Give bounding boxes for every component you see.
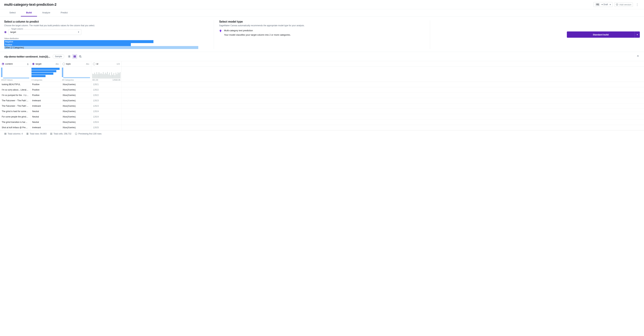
- cell-id: 12922: [91, 92, 122, 98]
- version-selector[interactable]: V1 Draft ▼: [594, 2, 613, 7]
- more-menu-button[interactable]: ⋮: [634, 2, 640, 6]
- cell-content: The grind transition is hard for s…: [0, 120, 30, 125]
- cell-content: The grind is hard for some folks …: [0, 109, 30, 114]
- standard-build-button[interactable]: Standard build ▼: [567, 32, 640, 38]
- cell-target: Neutral: [30, 109, 61, 114]
- cell-target: Irrelevant: [30, 103, 61, 108]
- column-header-content[interactable]: content A: [0, 61, 30, 66]
- text-type-icon: A: [27, 63, 28, 65]
- cell-target: Neutral: [30, 120, 61, 125]
- list-view-icon[interactable]: [67, 54, 72, 59]
- svg-rect-12: [75, 56, 76, 58]
- svg-rect-7: [69, 56, 70, 57]
- svg-rect-19: [26, 133, 28, 134]
- table-row[interactable]: I'm so pumped for the . I Literall…Posit…: [0, 92, 644, 98]
- grid-icon: [50, 132, 52, 135]
- cell-content: I'm so pumped for the . I Literall…: [0, 92, 30, 98]
- columns-icon: [4, 132, 6, 135]
- search-icon[interactable]: [78, 54, 83, 59]
- cell-id: 12922: [91, 87, 122, 92]
- page-title: multi-category-text-prediction-2: [4, 2, 56, 6]
- svg-point-15: [33, 64, 34, 64]
- table-row[interactable]: The Falconeer - 'The Path' Game…Irreleva…: [0, 103, 644, 109]
- svg-rect-20: [26, 134, 28, 134]
- column-header-id[interactable]: id 123: [91, 61, 122, 66]
- sample-button[interactable]: Sample: [53, 54, 64, 58]
- radio-checked-icon[interactable]: [2, 63, 4, 65]
- tabs: Select Build Analyze Predict: [0, 9, 644, 17]
- cell-target: Positive: [30, 82, 61, 87]
- cell-id: 12924: [91, 109, 122, 114]
- footer: Total columns: 4 Total rows: 64,683 Tota…: [0, 130, 644, 137]
- table-row[interactable]: The Falconeer - 'The Path' Game…Irreleva…: [0, 98, 644, 103]
- tab-analyze[interactable]: Analyze: [37, 9, 56, 16]
- tab-build[interactable]: Build: [21, 9, 37, 16]
- chevron-down-icon: ▼: [609, 4, 611, 6]
- model-type-title: Select model type: [219, 20, 425, 23]
- cell-target: Positive: [30, 92, 61, 98]
- cell-topic: Xbox(Xseries): [61, 87, 91, 92]
- model-type-subtitle: SageMaker Canvas automatically recommend…: [219, 24, 425, 27]
- table-row[interactable]: The grind transition is hard for s…Neutr…: [0, 120, 644, 125]
- cell-target: Irrelevant: [30, 125, 61, 130]
- cell-id: 12925: [91, 125, 122, 130]
- cell-content: looking BEAUTIFUL: [0, 82, 30, 87]
- svg-rect-25: [52, 134, 52, 135]
- cell-content: The Falconeer - 'The Path' Game…: [0, 103, 30, 108]
- lightbulb-icon: [219, 30, 222, 32]
- svg-rect-6: [68, 56, 68, 57]
- radio-icon[interactable]: [93, 63, 96, 65]
- collapse-icon[interactable]: [636, 54, 640, 59]
- svg-rect-4: [68, 56, 68, 56]
- svg-rect-8: [68, 57, 68, 57]
- model-type-desc: Your model classifies your target column…: [224, 34, 291, 36]
- svg-rect-18: [6, 133, 6, 135]
- svg-rect-22: [50, 133, 51, 134]
- tab-predict[interactable]: Predict: [56, 9, 73, 16]
- distribution-row: 19123 Values 4 Categories 28 Categories …: [0, 67, 644, 82]
- radio-icon[interactable]: [62, 63, 65, 65]
- cell-topic: Xbox(Xseries): [61, 109, 91, 114]
- value-distribution-label: Value distribution: [4, 37, 208, 40]
- svg-rect-3: [220, 32, 221, 32]
- topic-distribution-chart: [62, 68, 90, 78]
- cell-target: Positive: [30, 87, 61, 92]
- plus-circle-icon: [616, 3, 618, 6]
- cell-topic: Xbox(Xseries): [61, 120, 91, 125]
- column-header-topic[interactable]: topic Abc: [61, 61, 91, 66]
- cell-id: 12923: [91, 98, 122, 103]
- svg-rect-24: [50, 134, 51, 135]
- table-row[interactable]: For some people the grind is eve…Neutral…: [0, 114, 644, 120]
- caret-down-icon: ▼: [78, 31, 80, 33]
- table-row[interactable]: I'm so sorry about... Literally can…Posi…: [0, 87, 644, 92]
- status-badge: Draft: [602, 3, 608, 6]
- svg-rect-9: [69, 57, 70, 57]
- select-column-title: Select a column to predict: [4, 20, 208, 23]
- cell-id: 12924: [91, 120, 122, 125]
- cell-id: 12924: [91, 114, 122, 119]
- table-row[interactable]: The grind is hard for some folks …Neutra…: [0, 109, 644, 114]
- cell-content: The Falconeer - 'The Path' Game…: [0, 98, 30, 103]
- table-row[interactable]: looking BEAUTIFULPositiveXbox(Xseries)12…: [0, 82, 644, 87]
- cell-target: Irrelevant: [30, 98, 61, 103]
- svg-rect-23: [52, 133, 52, 134]
- column-view-icon[interactable]: [72, 54, 77, 59]
- column-header-target[interactable]: target Abc: [30, 61, 61, 66]
- target-column-select[interactable]: target ▼: [8, 29, 81, 35]
- svg-rect-16: [4, 133, 5, 135]
- tab-select[interactable]: Select: [4, 9, 21, 16]
- svg-rect-5: [69, 56, 70, 56]
- svg-rect-10: [74, 56, 74, 58]
- add-version-button[interactable]: Add version: [614, 2, 633, 7]
- cell-topic: Xbox(Xseries): [61, 92, 91, 98]
- cell-content: Shot at kofi lmfaoo @ PressStar…: [0, 125, 30, 130]
- target-column-label: Target column: [10, 28, 24, 30]
- data-rows: looking BEAUTIFULPositiveXbox(Xseries)12…: [0, 82, 644, 130]
- build-dropdown-caret[interactable]: ▼: [634, 32, 640, 38]
- target-distribution-chart: [32, 68, 60, 78]
- cell-topic: Xbox(Xseries): [61, 125, 91, 130]
- table-row[interactable]: Shot at kofi lmfaoo @ PressStar…Irreleva…: [0, 125, 644, 130]
- svg-rect-17: [5, 133, 6, 135]
- column-headers: content A target Abc topic Abc id 123: [0, 61, 644, 67]
- model-type-name: Multi-category text prediction: [224, 29, 291, 32]
